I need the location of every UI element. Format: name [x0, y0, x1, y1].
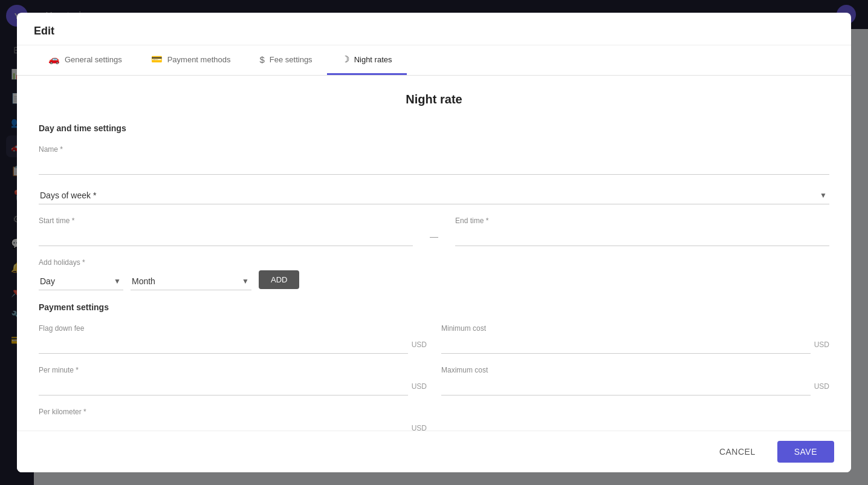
- time-row: Start time * — End time *: [39, 216, 829, 246]
- minimum-cost-input[interactable]: [441, 336, 811, 354]
- flag-down-fee-input[interactable]: [39, 336, 408, 354]
- flag-down-fee-wrap: USD: [39, 336, 427, 354]
- per-minute-currency: USD: [412, 382, 427, 395]
- modal-title: Edit: [34, 25, 54, 37]
- day-select-col: Day 123 456 789 101520 252829 3031 ▼: [39, 273, 123, 290]
- payment-icon: 💳: [151, 54, 163, 65]
- form-page-title: Night rate: [39, 93, 829, 106]
- per-kilometer-label: Per kilometer *: [39, 408, 427, 416]
- modal-body: Night rate Day and time settings Name * …: [17, 76, 851, 431]
- maximum-cost-label: Maximum cost: [441, 366, 829, 374]
- tab-general-settings[interactable]: 🚗 General settings: [34, 45, 137, 75]
- days-of-week-select-wrap: Days of week * Monday Tuesday Wednesday …: [39, 187, 829, 204]
- flag-down-fee-col: Flag down fee USD: [39, 324, 427, 354]
- fee-row-1: Flag down fee USD Minimum cost USD: [39, 324, 829, 354]
- maximum-cost-currency: USD: [814, 382, 829, 395]
- time-separator: —: [427, 232, 441, 246]
- save-button[interactable]: SAVE: [777, 441, 834, 463]
- per-minute-col: Per minute * USD: [39, 366, 427, 395]
- per-kilometer-currency: USD: [412, 424, 427, 431]
- tab-payment-methods[interactable]: 💳 Payment methods: [137, 45, 245, 75]
- end-time-input[interactable]: [455, 229, 829, 246]
- payment-settings-section: Payment settings Flag down fee USD Minim…: [39, 302, 829, 431]
- add-holiday-button[interactable]: ADD: [259, 270, 299, 289]
- tab-general-label: General settings: [65, 55, 122, 64]
- day-time-section-title: Day and time settings: [39, 123, 829, 133]
- holidays-label: Add holidays *: [39, 258, 829, 267]
- start-time-input[interactable]: [39, 229, 413, 246]
- holidays-group: Add holidays * Day 123 456 789 101520 25…: [39, 258, 829, 290]
- maximum-cost-input[interactable]: [441, 378, 811, 395]
- fee-row-2: Per minute * USD Maximum cost USD: [39, 366, 829, 395]
- car-icon: 🚗: [48, 54, 60, 65]
- day-select[interactable]: Day 123 456 789 101520 252829 3031: [39, 273, 123, 290]
- per-minute-wrap: USD: [39, 378, 427, 395]
- fee-row-3: Per kilometer * USD: [39, 408, 829, 431]
- payment-section-title: Payment settings: [39, 302, 829, 312]
- days-of-week-select[interactable]: Days of week * Monday Tuesday Wednesday …: [39, 187, 829, 204]
- holidays-row: Day 123 456 789 101520 252829 3031 ▼: [39, 270, 829, 290]
- per-minute-input[interactable]: [39, 378, 408, 395]
- tab-night-label: Night rates: [354, 55, 392, 64]
- maximum-cost-col: Maximum cost USD: [441, 366, 829, 395]
- edit-modal: Edit 🚗 General settings 💳 Payment method…: [17, 13, 851, 472]
- tab-payment-label: Payment methods: [167, 55, 231, 64]
- month-select[interactable]: Month JanuaryFebruary MarchApril MayJune…: [131, 273, 251, 290]
- per-minute-label: Per minute *: [39, 366, 427, 374]
- modal-header: Edit: [17, 13, 851, 45]
- day-select-wrap: Day 123 456 789 101520 252829 3031 ▼: [39, 273, 123, 290]
- tab-bar: 🚗 General settings 💳 Payment methods $ F…: [17, 45, 851, 76]
- per-kilometer-col: Per kilometer * USD: [39, 408, 427, 431]
- tab-fee-label: Fee settings: [270, 55, 313, 64]
- per-kilometer-wrap: USD: [39, 420, 427, 431]
- end-time-label: End time *: [455, 216, 829, 225]
- minimum-cost-wrap: USD: [441, 336, 829, 354]
- dollar-icon: $: [259, 54, 264, 65]
- month-select-col: Month JanuaryFebruary MarchApril MayJune…: [131, 273, 251, 290]
- cancel-button[interactable]: CANCEL: [705, 441, 770, 463]
- name-input[interactable]: [39, 157, 829, 175]
- minimum-cost-col: Minimum cost USD: [441, 324, 829, 354]
- end-time-col: End time *: [455, 216, 829, 246]
- month-select-wrap: Month JanuaryFebruary MarchApril MayJune…: [131, 273, 251, 290]
- maximum-cost-wrap: USD: [441, 378, 829, 395]
- flag-down-fee-label: Flag down fee: [39, 324, 427, 333]
- modal-footer: CANCEL SAVE: [17, 431, 851, 472]
- days-of-week-group: Days of week * Monday Tuesday Wednesday …: [39, 187, 829, 204]
- name-field-group: Name *: [39, 145, 829, 175]
- per-kilometer-input[interactable]: [39, 420, 408, 431]
- start-time-col: Start time *: [39, 216, 413, 246]
- flag-down-fee-currency: USD: [412, 340, 427, 354]
- tab-night-rates[interactable]: ☽ Night rates: [327, 45, 407, 75]
- name-label: Name *: [39, 145, 829, 154]
- moon-icon: ☽: [342, 54, 349, 65]
- minimum-cost-currency: USD: [814, 340, 829, 354]
- minimum-cost-label: Minimum cost: [441, 324, 829, 333]
- tab-fee-settings[interactable]: $ Fee settings: [245, 45, 326, 75]
- start-time-label: Start time *: [39, 216, 413, 225]
